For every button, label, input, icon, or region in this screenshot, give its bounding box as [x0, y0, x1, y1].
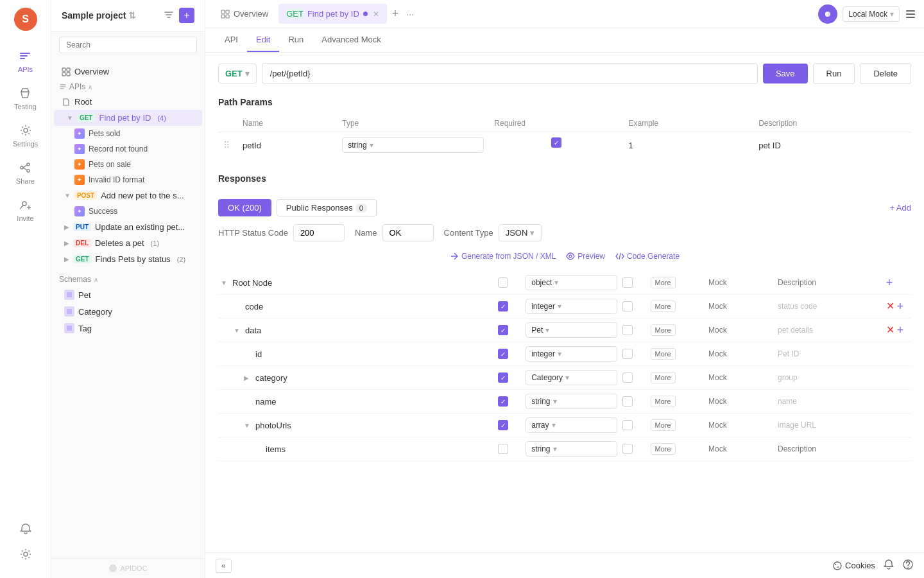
- nav-sub-invalid-id[interactable]: ✦ Invalid ID format: [51, 172, 205, 188]
- items-required-cb[interactable]: [498, 444, 508, 454]
- root-desc-input[interactable]: [775, 277, 881, 288]
- cookies-label[interactable]: Cookies: [845, 561, 875, 570]
- category-more-btn[interactable]: More: [651, 372, 676, 383]
- data-cb2[interactable]: [622, 325, 633, 335]
- code-desc-input[interactable]: [775, 301, 881, 312]
- subtab-edit[interactable]: Edit: [247, 28, 279, 52]
- code-type-select[interactable]: integer ▾: [526, 299, 617, 314]
- items-desc-input[interactable]: [775, 443, 881, 455]
- root-required-cb[interactable]: [498, 277, 508, 288]
- id-required-cb[interactable]: [498, 349, 508, 359]
- gear-icon[interactable]: [19, 548, 32, 563]
- tab-find-pet[interactable]: GET Find pet by ID ✕: [278, 4, 387, 24]
- items-more-btn[interactable]: More: [651, 443, 676, 455]
- schema-pet[interactable]: Pet: [51, 286, 205, 303]
- data-desc-input[interactable]: [775, 324, 881, 336]
- schema-category[interactable]: Category: [51, 303, 205, 320]
- code-cb2[interactable]: [622, 301, 633, 311]
- avatar[interactable]: S: [14, 8, 37, 31]
- items-type-select[interactable]: string ▾: [526, 441, 617, 457]
- data-chevron[interactable]: ▼: [234, 327, 243, 334]
- sidebar-item-testing[interactable]: Testing: [14, 81, 37, 116]
- schema-tag[interactable]: Tag: [51, 320, 205, 337]
- nav-item-update-pet[interactable]: ▶ PUT Update an existing pet...: [51, 219, 205, 235]
- photourls-chevron[interactable]: ▼: [244, 422, 253, 429]
- root-type-select[interactable]: object ▾: [526, 275, 617, 290]
- add-tab-button[interactable]: +: [389, 4, 402, 23]
- category-cb2[interactable]: [622, 372, 633, 383]
- add-response-button[interactable]: + Add: [889, 203, 911, 213]
- id-cb2[interactable]: [622, 349, 633, 359]
- more-tabs-button[interactable]: ···: [404, 6, 416, 22]
- root-mock-input[interactable]: [706, 277, 770, 288]
- nav-sub-pets-sold[interactable]: ✦ Pets sold: [51, 126, 205, 141]
- response-tab-ok[interactable]: OK (200): [218, 199, 271, 216]
- data-required-cb[interactable]: [498, 325, 508, 335]
- code-generate-button[interactable]: Code Generate: [615, 252, 680, 261]
- photourls-mock-input[interactable]: [706, 419, 770, 431]
- sidebar-item-settings[interactable]: Settings: [13, 118, 38, 153]
- nav-item-delete-pet[interactable]: ▶ DEL Deletes a pet (1): [51, 235, 205, 251]
- code-more-btn[interactable]: More: [651, 301, 676, 312]
- nav-overview[interactable]: Overview: [51, 64, 205, 80]
- response-tab-public[interactable]: Public Responses 0: [277, 199, 377, 216]
- name-mock-input[interactable]: [706, 396, 770, 407]
- data-mock-input[interactable]: [706, 324, 770, 336]
- notifications-icon[interactable]: [19, 523, 32, 538]
- id-desc-input[interactable]: [775, 348, 881, 360]
- code-delete-button[interactable]: ✕: [886, 301, 894, 311]
- sidebar-item-apis[interactable]: APIs: [18, 44, 33, 78]
- code-add-button[interactable]: +: [897, 301, 904, 312]
- code-mock-input[interactable]: [706, 301, 770, 312]
- id-mock-input[interactable]: [706, 348, 770, 360]
- sidebar-item-share[interactable]: Share: [16, 155, 35, 190]
- root-add-button[interactable]: +: [886, 277, 893, 288]
- name-more-btn[interactable]: More: [651, 396, 676, 407]
- required-checkbox[interactable]: [551, 137, 561, 148]
- env-selector[interactable]: Local Mock ▾: [843, 6, 900, 22]
- root-more-btn[interactable]: More: [651, 277, 676, 288]
- photourls-required-cb[interactable]: [498, 420, 508, 430]
- items-cb2[interactable]: [622, 444, 633, 454]
- param-type-select[interactable]: string ▾: [342, 137, 484, 153]
- project-name[interactable]: Sample project ⇅: [62, 10, 136, 21]
- nav-item-add-pet[interactable]: ▼ POST Add new pet to the s...: [51, 188, 205, 204]
- category-required-cb[interactable]: [498, 372, 508, 383]
- preview-button[interactable]: Preview: [566, 252, 605, 261]
- tab-overview[interactable]: Overview: [213, 4, 276, 24]
- add-button[interactable]: +: [179, 8, 194, 23]
- nav-item-find-pet[interactable]: ▼ GET Find pet by ID (4): [54, 110, 202, 126]
- name-required-cb[interactable]: [498, 396, 508, 407]
- tab-close-button[interactable]: ✕: [373, 10, 379, 19]
- subtab-advanced-mock[interactable]: Advanced Mock: [312, 28, 390, 52]
- data-type-select[interactable]: Pet ▾: [526, 322, 617, 338]
- filter-button[interactable]: [162, 8, 175, 23]
- category-type-select[interactable]: Category ▾: [526, 370, 617, 385]
- help-icon[interactable]: [902, 559, 914, 572]
- photourls-cb2[interactable]: [622, 420, 633, 430]
- data-more-btn[interactable]: More: [651, 324, 676, 336]
- id-type-select[interactable]: integer ▾: [526, 346, 617, 362]
- drag-handle[interactable]: ⠿: [223, 140, 230, 150]
- category-chevron[interactable]: ▶: [244, 374, 253, 381]
- items-mock-input[interactable]: [706, 443, 770, 455]
- run-button[interactable]: Run: [813, 63, 855, 84]
- photourls-more-btn[interactable]: More: [651, 419, 676, 431]
- method-select[interactable]: GET ▾: [218, 64, 257, 83]
- nav-sub-success[interactable]: ✦ Success: [51, 204, 205, 219]
- root-cb2[interactable]: [622, 277, 633, 288]
- generate-json-button[interactable]: Generate from JSON / XML: [450, 252, 556, 261]
- subtab-run[interactable]: Run: [279, 28, 312, 52]
- nav-sub-record-not-found[interactable]: ✦ Record not found: [51, 141, 205, 157]
- data-delete-button[interactable]: ✕: [886, 325, 894, 335]
- name-input[interactable]: [382, 224, 434, 241]
- subtab-api[interactable]: API: [216, 28, 247, 52]
- name-cb2[interactable]: [622, 396, 633, 407]
- code-required-cb[interactable]: [498, 301, 508, 311]
- photourls-desc-input[interactable]: [775, 419, 881, 431]
- data-add-button[interactable]: +: [897, 324, 904, 336]
- status-code-input[interactable]: [293, 224, 345, 241]
- search-input[interactable]: [59, 37, 197, 53]
- photourls-type-select[interactable]: array ▾: [526, 417, 617, 433]
- nav-item-finds-pets[interactable]: ▶ GET Finds Pets by status (2): [51, 251, 205, 267]
